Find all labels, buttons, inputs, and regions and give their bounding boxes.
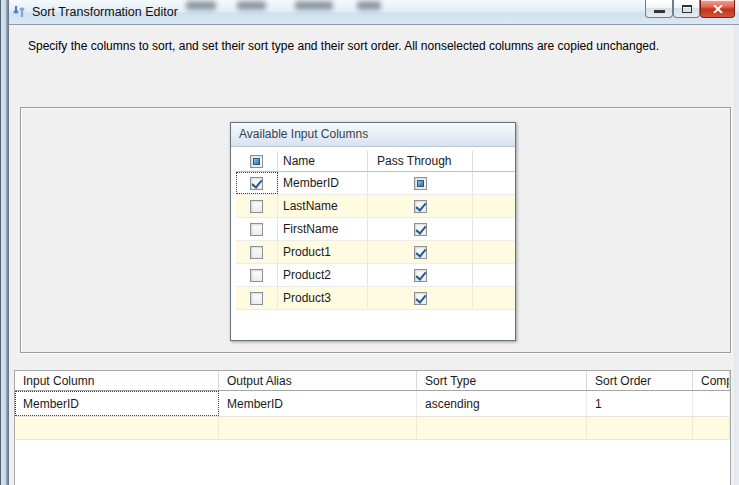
panel-title: Available Input Columns	[231, 123, 515, 147]
titlebar[interactable]: Sort Transformation Editor	[0, 0, 739, 25]
column-row-memberid[interactable]: MemberID	[236, 172, 515, 195]
select-all-header-cell[interactable]	[236, 151, 278, 171]
column-name[interactable]: Product2	[278, 264, 368, 286]
window-title: Sort Transformation Editor	[32, 5, 178, 19]
row-select-checkbox[interactable]	[250, 223, 263, 236]
select-cell[interactable]	[236, 172, 278, 194]
comparison-flags-header[interactable]: Compa	[693, 371, 730, 390]
dialog-description: Specify the columns to sort, and set the…	[28, 39, 708, 53]
pass-through-checkbox[interactable]	[414, 292, 427, 305]
blurred-background-menu-item	[357, 1, 381, 10]
select-cell[interactable]	[236, 264, 278, 286]
pass-through-cell[interactable]	[368, 287, 473, 309]
column-name[interactable]: MemberID	[278, 172, 368, 194]
column-row-product1[interactable]: Product1	[236, 241, 515, 264]
sort-type-header[interactable]: Sort Type	[417, 371, 587, 390]
available-input-columns-panel: Available Input Columns Name Pass Throug…	[230, 122, 516, 341]
input-column-cell[interactable]: MemberID	[15, 391, 219, 416]
pass-through-checkbox[interactable]	[414, 246, 427, 259]
select-all-checkbox[interactable]	[250, 155, 263, 168]
pass-through-cell[interactable]	[368, 264, 473, 286]
blurred-background-menu-item	[186, 1, 216, 10]
select-cell[interactable]	[236, 287, 278, 309]
empty-cell[interactable]	[693, 417, 730, 439]
row-select-checkbox[interactable]	[250, 200, 263, 213]
output-alias-header[interactable]: Output Alias	[219, 371, 417, 390]
sort-type-cell[interactable]: ascending	[417, 391, 587, 416]
column-row-firstname[interactable]: FirstName	[236, 218, 515, 241]
row-select-checkbox[interactable]	[250, 269, 263, 282]
input-column-header[interactable]: Input Column	[15, 371, 219, 390]
empty-cell[interactable]	[219, 417, 417, 439]
select-cell[interactable]	[236, 195, 278, 217]
sort-columns-table: Input Column Output Alias Sort Type Sort…	[14, 370, 731, 485]
column-name[interactable]: FirstName	[278, 218, 368, 240]
column-row-product3[interactable]: Product3	[236, 287, 515, 310]
grid-header-row: Name Pass Through	[236, 151, 515, 172]
select-cell[interactable]	[236, 218, 278, 240]
row-select-checkbox[interactable]	[250, 292, 263, 305]
empty-cell[interactable]	[15, 417, 219, 439]
pass-through-checkbox[interactable]	[414, 223, 427, 236]
pass-through-column-header[interactable]: Pass Through	[368, 151, 473, 171]
sort-table-header: Input Column Output Alias Sort Type Sort…	[15, 371, 730, 391]
pass-through-checkbox[interactable]	[414, 177, 427, 190]
minimize-button[interactable]	[645, 0, 673, 18]
sort-table-row[interactable]: MemberID MemberID ascending 1	[15, 391, 730, 417]
column-name[interactable]: Product3	[278, 287, 368, 309]
column-row-lastname[interactable]: LastName	[236, 195, 515, 218]
close-button[interactable]	[700, 0, 735, 18]
row-select-checkbox[interactable]	[250, 246, 263, 259]
sort-arrows-icon	[11, 4, 27, 20]
empty-cell[interactable]	[587, 417, 693, 439]
blurred-background-menu-item	[295, 1, 333, 10]
blurred-background-menu-item	[237, 1, 266, 10]
pass-through-cell[interactable]	[368, 172, 473, 194]
column-row-product2[interactable]: Product2	[236, 264, 515, 287]
close-icon	[713, 5, 723, 13]
pass-through-cell[interactable]	[368, 241, 473, 263]
sort-table-empty-row[interactable]	[15, 417, 730, 440]
output-alias-cell[interactable]: MemberID	[219, 391, 417, 416]
sort-order-cell[interactable]: 1	[587, 391, 693, 416]
minimize-icon	[654, 10, 665, 13]
comparison-flags-cell[interactable]	[693, 391, 730, 416]
dialog-client-area: Specify the columns to sort, and set the…	[9, 25, 734, 485]
pass-through-checkbox[interactable]	[414, 200, 427, 213]
name-column-header[interactable]: Name	[278, 151, 368, 171]
row-select-checkbox[interactable]	[250, 177, 263, 190]
pass-through-checkbox[interactable]	[414, 269, 427, 282]
column-name[interactable]: LastName	[278, 195, 368, 217]
sort-order-header[interactable]: Sort Order	[587, 371, 693, 390]
column-name[interactable]: Product1	[278, 241, 368, 263]
maximize-icon	[682, 5, 692, 13]
available-columns-grid: Name Pass Through MemberID LastName Firs…	[231, 148, 515, 340]
select-cell[interactable]	[236, 241, 278, 263]
empty-cell[interactable]	[417, 417, 587, 439]
pass-through-cell[interactable]	[368, 195, 473, 217]
pass-through-cell[interactable]	[368, 218, 473, 240]
maximize-button[interactable]	[673, 0, 700, 18]
sort-transformation-editor-window: Sort Transformation Editor Specify the c…	[0, 0, 739, 485]
window-left-border	[0, 0, 9, 485]
